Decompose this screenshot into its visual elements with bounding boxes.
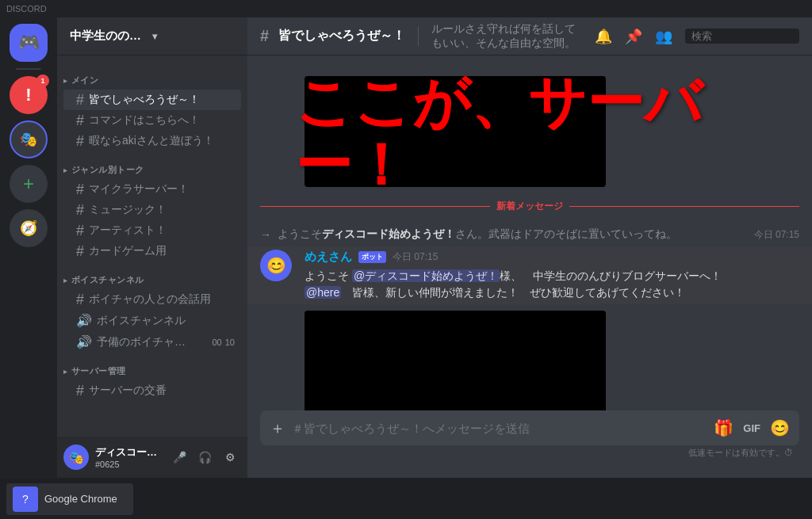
slow-mode-text: 低速モードは有効です。⏱ bbox=[688, 447, 793, 459]
user-tag: #0625 bbox=[95, 460, 162, 469]
video-block-2 bbox=[304, 311, 606, 410]
hash-icon: # bbox=[76, 292, 84, 307]
mention-user: @ディスコード始めようぜ！ bbox=[352, 269, 500, 282]
explore-servers-button[interactable]: 🧭 bbox=[10, 209, 48, 247]
search-box[interactable] bbox=[685, 29, 799, 44]
new-messages-line-left bbox=[260, 206, 490, 207]
message-input-box: ＋ 🎁 GIF 😊 bbox=[260, 410, 799, 445]
taskbar-label-chrome: Google Chrome bbox=[44, 493, 117, 505]
messages-area[interactable]: ここが、サーバー！ 新着メッセージ → ようこそディスコード始めようぜ！さん。武… bbox=[247, 55, 812, 410]
hash-icon: # bbox=[76, 203, 84, 217]
hash-icon: # bbox=[76, 223, 84, 238]
taskbar-icon-chrome: ? bbox=[13, 487, 38, 512]
hash-icon: # bbox=[76, 113, 84, 128]
add-attachment-icon[interactable]: ＋ bbox=[270, 418, 285, 439]
settings-button[interactable]: ⚙ bbox=[219, 446, 241, 468]
app-title: DISCORD bbox=[6, 4, 47, 13]
channel-item-server-rotation[interactable]: # サーバーの交番 bbox=[63, 380, 241, 401]
search-input[interactable] bbox=[691, 30, 793, 42]
channel-item-voice-reserve[interactable]: 🔊 予備のボイチャ… 0010 bbox=[63, 331, 241, 353]
server-header[interactable]: 中学生ののんびりブロ… ▾ bbox=[57, 17, 247, 55]
add-server-button[interactable]: + bbox=[10, 165, 48, 203]
category-voice[interactable]: ボイスチャンネル bbox=[57, 261, 247, 289]
channel-list: メイン # 皆でしゃべろうぜ～！ # コマンドはこちらへ！ # 暇ならakiさん… bbox=[57, 55, 247, 437]
channel-item-voice-talk[interactable]: # ボイチャの人との会話用 bbox=[63, 289, 241, 310]
channel-name-minna: 皆でしゃべろうぜ～！ bbox=[89, 93, 235, 107]
server-icon-discord-home[interactable]: 🎮 bbox=[10, 24, 48, 62]
system-arrow-icon: → bbox=[260, 228, 271, 241]
server-header-chevron: ▾ bbox=[152, 31, 235, 42]
members-icon[interactable]: 👥 bbox=[655, 28, 672, 45]
server-icon-blog[interactable]: 🎭 bbox=[10, 120, 48, 158]
system-message-time: 今日 07:15 bbox=[754, 228, 799, 242]
channel-item-minecraft[interactable]: # マイクラサーバー！ bbox=[63, 179, 241, 200]
hash-icon: # bbox=[76, 182, 84, 197]
channel-sidebar: 中学生ののんびりブロ… ▾ メイン # 皆でしゃべろうぜ～！ # コマンドはこち… bbox=[57, 17, 247, 478]
channel-name-command: コマンドはこちらへ！ bbox=[89, 113, 235, 128]
gift-icon[interactable]: 🎁 bbox=[714, 418, 733, 437]
new-messages-divider: 新着メッセージ bbox=[247, 193, 812, 219]
voice-count: 0010 bbox=[213, 338, 236, 347]
current-channel-title: 皆でしゃべろうぜ～！ bbox=[278, 28, 405, 44]
channel-name-voice-talk: ボイチャの人との会話用 bbox=[89, 292, 235, 307]
message-group: 😊 めえさん ボット 今日 07:15 ようこそ @ディスコード始めようぜ！様、… bbox=[247, 246, 812, 304]
header-icons: 🔔 📌 👥 bbox=[595, 28, 799, 45]
channel-header: # 皆でしゃべろうぜ～！ ルールさえ守れば何を話してもいい、そんな自由な空間。 … bbox=[247, 17, 812, 55]
channel-name-artist: アーティスト！ bbox=[89, 223, 235, 238]
server-divider bbox=[16, 68, 41, 70]
hash-icon: # bbox=[76, 93, 84, 107]
category-server-admin[interactable]: サーバー管理 bbox=[57, 353, 247, 380]
channel-hash-icon: # bbox=[260, 27, 269, 45]
server-icon-notification[interactable]: ! 1 bbox=[10, 76, 48, 114]
message-header: めえさん ボット 今日 07:15 bbox=[304, 250, 799, 265]
mention-here: @here bbox=[304, 286, 341, 299]
category-janru[interactable]: ジャンル別トーク bbox=[57, 151, 247, 179]
new-messages-label: 新着メッセージ bbox=[496, 200, 563, 213]
mute-button[interactable]: 🎤 bbox=[168, 446, 190, 468]
pin-icon[interactable]: 📌 bbox=[625, 28, 642, 45]
server-list: 🎮 ! 1 🎭 + 🧭 bbox=[0, 17, 57, 478]
slow-mode-bar: 低速モードは有効です。⏱ bbox=[260, 445, 799, 459]
main-content: # 皆でしゃべろうぜ～！ ルールさえ守れば何を話してもいい、そんな自由な空間。 … bbox=[247, 17, 812, 478]
gif-button[interactable]: GIF bbox=[743, 422, 760, 434]
channel-item-music[interactable]: # ミュージック！ bbox=[63, 200, 241, 220]
bell-icon[interactable]: 🔔 bbox=[595, 28, 612, 45]
taskbar-item-chrome[interactable]: ? Google Chrome bbox=[6, 483, 133, 515]
user-controls: 🎤 🎧 ⚙ bbox=[168, 446, 241, 468]
channel-item-voice-ch[interactable]: 🔊 ボイスチャンネル bbox=[63, 310, 241, 331]
emoji-icon[interactable]: 😊 bbox=[770, 418, 790, 437]
category-main[interactable]: メイン bbox=[57, 62, 247, 90]
channel-name-voice-ch: ボイスチャンネル bbox=[97, 314, 235, 328]
taskbar: ? Google Chrome bbox=[0, 478, 812, 519]
channel-item-cardgame[interactable]: # カードゲーム用 bbox=[63, 241, 241, 261]
hash-icon: # bbox=[76, 134, 84, 148]
channel-item-command[interactable]: # コマンドはこちらへ！ bbox=[63, 110, 241, 131]
server-name: 中学生ののんびりブロ… bbox=[70, 29, 152, 44]
channel-item-hima[interactable]: # 暇ならakiさんと遊ぼう！ bbox=[63, 131, 241, 151]
bot-badge: ボット bbox=[358, 251, 386, 263]
system-message-text: ようこそディスコード始めようぜ！さん。武器はドアのそばに置いていってね。 bbox=[278, 227, 748, 242]
channel-topic: ルールさえ守れば何を話してもいい、そんな自由な空間。 bbox=[431, 22, 585, 51]
user-info: ディスコー… #0625 bbox=[95, 445, 162, 469]
channel-name-minecraft: マイクラサーバー！ bbox=[89, 182, 235, 197]
channel-item-artist[interactable]: # アーティスト！ bbox=[63, 220, 241, 241]
message-avatar: 😊 bbox=[260, 250, 292, 281]
user-avatar: 🎭 bbox=[63, 445, 89, 470]
video-block-1 bbox=[304, 76, 606, 187]
channel-item-minna[interactable]: # 皆でしゃべろうぜ～！ bbox=[63, 90, 241, 110]
deafen-button[interactable]: 🎧 bbox=[193, 446, 216, 468]
header-divider bbox=[418, 27, 419, 46]
speaker-icon: 🔊 bbox=[76, 313, 92, 328]
hash-icon: # bbox=[76, 244, 84, 258]
channel-name-hima: 暇ならakiさんと遊ぼう！ bbox=[89, 134, 235, 148]
system-message: → ようこそディスコード始めようぜ！さん。武器はドアのそばに置いていってね。 今… bbox=[247, 226, 812, 243]
server-badge: 1 bbox=[36, 74, 49, 87]
message-author: めえさん bbox=[304, 250, 352, 265]
message-text-1: ようこそ @ディスコード始めようぜ！様、 中学生ののんびりブログサーバーへ！ bbox=[304, 268, 799, 284]
user-area: 🎭 ディスコー… #0625 🎤 🎧 ⚙ bbox=[57, 437, 247, 478]
message-input[interactable] bbox=[292, 422, 707, 435]
message-content: めえさん ボット 今日 07:15 ようこそ @ディスコード始めようぜ！様、 中… bbox=[304, 250, 799, 301]
message-text-2: @here 皆様、新しい仲間が増えました！ ぜひ歓迎してあげてください！ bbox=[304, 284, 799, 301]
user-name: ディスコー… bbox=[95, 445, 162, 460]
title-bar: DISCORD bbox=[0, 0, 812, 17]
